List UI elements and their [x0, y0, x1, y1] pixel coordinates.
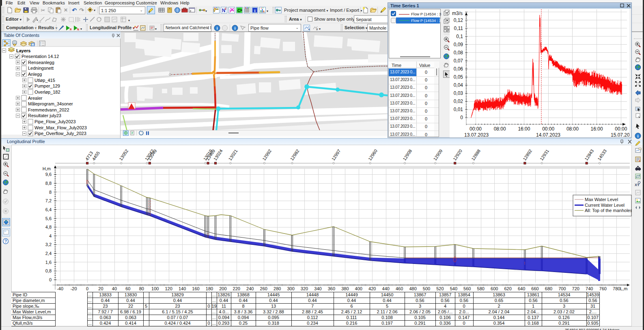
svg-text:0.56: 0.56 — [529, 298, 537, 303]
svg-text:+: + — [308, 28, 310, 31]
svg-text:3,2: 3,2 — [45, 242, 52, 247]
svg-text:4.0...: 4.0... — [219, 309, 228, 314]
svg-text:0.44: 0.44 — [308, 298, 317, 303]
svg-text:260: 260 — [260, 286, 267, 291]
svg-text:Layers: Layers — [16, 48, 30, 53]
svg-text:...: ... — [212, 292, 216, 297]
svg-text:360: 360 — [328, 286, 335, 291]
svg-text:0.424: 0.424 — [100, 321, 111, 326]
svg-text:4: 4 — [444, 304, 446, 309]
svg-text:14534: 14534 — [558, 292, 571, 297]
svg-text:300: 300 — [287, 286, 294, 291]
svg-text:540: 540 — [450, 286, 457, 291]
svg-text:...: ... — [88, 298, 92, 303]
svg-text:Pipe ID: Pipe ID — [13, 292, 27, 297]
svg-text:✕: ✕ — [64, 7, 68, 13]
svg-text:460: 460 — [396, 286, 403, 291]
svg-text:m3/s: m3/s — [452, 11, 463, 16]
svg-text:...: ... — [212, 298, 216, 303]
svg-text:i: i — [254, 8, 255, 13]
svg-text:R: R — [70, 28, 71, 31]
svg-text:L,m: L,m — [620, 286, 627, 291]
svg-text:0.063: 0.063 — [100, 315, 111, 320]
svg-text:0.291: 0.291 — [414, 321, 426, 326]
svg-text:7.92 / 7: 7.92 / 7 — [98, 309, 113, 314]
svg-text:0.25: 0.25 — [239, 321, 248, 326]
svg-text:720: 720 — [572, 286, 579, 291]
svg-text:13857: 13857 — [439, 292, 452, 297]
svg-text:0.44: 0.44 — [173, 298, 182, 303]
svg-text:2.03 / 2.02: 2.03 / 2.02 — [554, 309, 575, 314]
svg-text:...: ... — [212, 321, 216, 326]
svg-text:320: 320 — [301, 286, 308, 291]
svg-text:160: 160 — [192, 286, 199, 291]
svg-text:↷: ↷ — [79, 7, 84, 13]
svg-text:20: 20 — [98, 286, 103, 291]
svg-text:0.168: 0.168 — [528, 321, 539, 326]
svg-text:9,6: 9,6 — [45, 172, 52, 177]
svg-text:0,02: 0,02 — [454, 99, 463, 104]
svg-text:Current Water Level: Current Water Level — [585, 203, 625, 208]
svg-text:...: ... — [88, 309, 92, 314]
svg-text:...: ... — [88, 304, 92, 309]
svg-text:2.04...: 2.04... — [527, 309, 540, 314]
svg-text:13021: 13021 — [228, 148, 239, 161]
svg-text:440: 440 — [382, 286, 390, 291]
svg-text:0.112: 0.112 — [307, 315, 318, 320]
svg-text:i: i — [234, 26, 235, 30]
svg-text:640: 640 — [518, 286, 525, 291]
svg-text:0.56: 0.56 — [460, 298, 468, 303]
svg-text:Pipe diameter,m: Pipe diameter,m — [13, 298, 45, 303]
svg-text:0.144: 0.144 — [493, 315, 505, 320]
svg-text:560: 560 — [463, 286, 471, 291]
svg-text:420: 420 — [368, 286, 376, 291]
svg-text:0.44: 0.44 — [220, 298, 228, 303]
svg-text:Qfull,m3/s: Qfull,m3/s — [13, 321, 33, 326]
svg-text:0.354: 0.354 — [493, 321, 505, 326]
svg-text:220: 220 — [233, 286, 240, 291]
svg-text:7: 7 — [311, 304, 314, 309]
svg-text:0.094: 0.094 — [218, 315, 230, 320]
svg-text:15.07.2023: 15.07.2023 — [611, 132, 629, 137]
svg-text:...: ... — [212, 315, 216, 320]
svg-text:13826: 13826 — [218, 292, 230, 297]
svg-text:620: 620 — [504, 286, 511, 291]
svg-text:Ledningsnett: Ledningsnett — [28, 66, 54, 71]
svg-text:2.45 / 2.12: 2.45 / 2.12 — [341, 309, 362, 314]
svg-text:1,6: 1,6 — [45, 260, 52, 265]
svg-text:0.07 / 0.07: 0.07 / 0.07 — [167, 315, 188, 320]
svg-text:22: 22 — [128, 304, 133, 309]
svg-text:All: Top of the manholes: All: Top of the manholes — [585, 208, 632, 213]
svg-text:240: 240 — [246, 286, 254, 291]
svg-text:0,04: 0,04 — [454, 82, 463, 88]
svg-text:0.106: 0.106 — [439, 315, 451, 320]
svg-text:0.414: 0.414 — [125, 321, 136, 326]
svg-text:380: 380 — [341, 286, 349, 291]
svg-text:0.108: 0.108 — [381, 315, 393, 320]
svg-text:400: 400 — [355, 286, 362, 291]
svg-text:580: 580 — [477, 286, 485, 291]
svg-text:0.56: 0.56 — [441, 298, 449, 303]
svg-text:0,08: 0,08 — [454, 50, 463, 56]
svg-text:...: ... — [88, 315, 92, 320]
svg-text:6.98 / 6.19: 6.98 / 6.19 — [120, 309, 141, 314]
svg-text:0.291: 0.291 — [558, 321, 570, 326]
svg-text:0.137: 0.137 — [528, 315, 539, 320]
svg-text:13052: 13052 — [118, 148, 129, 161]
svg-text:2.06 / 2.05: 2.06 / 2.05 — [409, 309, 431, 314]
svg-text:Overløp_182: Overløp_182 — [34, 90, 60, 94]
svg-text:08:00: 08:00 — [566, 126, 579, 132]
svg-text:13.07.2023: 13.07.2023 — [464, 132, 489, 137]
svg-text:00:00: 00:00 — [470, 126, 482, 132]
svg-text:...: ... — [212, 309, 216, 314]
svg-text:0.126: 0.126 — [558, 315, 570, 320]
svg-text:80: 80 — [139, 286, 144, 291]
svg-text:0.44: 0.44 — [126, 298, 135, 303]
svg-text:140: 140 — [179, 286, 186, 291]
svg-text:13829: 13829 — [171, 292, 184, 297]
svg-text:13833: 13833 — [99, 292, 112, 297]
svg-text:Resultater july23: Resultater july23 — [28, 113, 61, 118]
svg-text:13861: 13861 — [527, 292, 540, 297]
svg-text:...: ... — [88, 292, 92, 297]
svg-text:5: 5 — [145, 304, 147, 309]
